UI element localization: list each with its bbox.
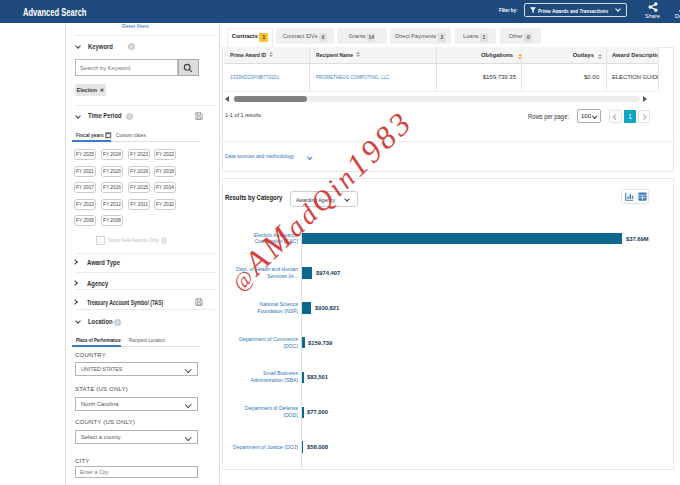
svg-text:@AMadQin1983: @AMadQin1983 — [221, 103, 420, 297]
